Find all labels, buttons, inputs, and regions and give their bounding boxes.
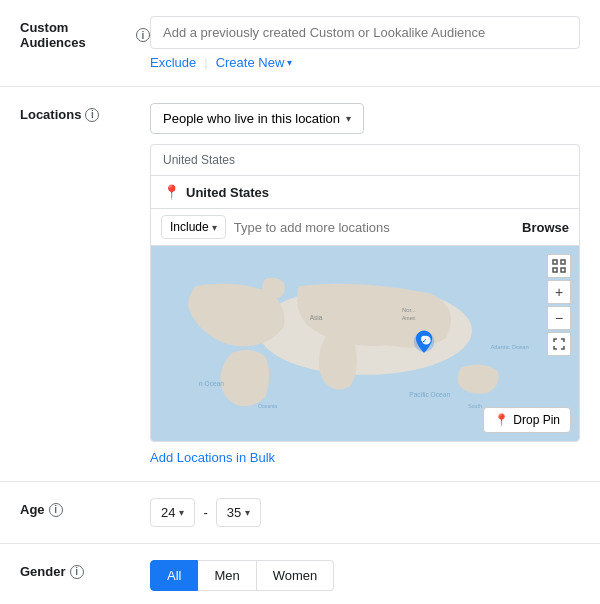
- age-max-caret-icon: ▾: [245, 507, 250, 518]
- drop-pin-button[interactable]: 📍 Drop Pin: [483, 407, 571, 433]
- custom-audiences-info-icon[interactable]: i: [136, 28, 150, 42]
- drop-pin-icon: 📍: [494, 413, 509, 427]
- gender-all-button[interactable]: All: [150, 560, 198, 591]
- audiences-links: Exclude | Create New ▾: [150, 55, 580, 70]
- include-button[interactable]: Include ▾: [161, 215, 226, 239]
- gender-info-icon[interactable]: i: [70, 565, 84, 579]
- locations-label: Locations i: [20, 103, 150, 122]
- locations-section: Locations i People who live in this loca…: [0, 87, 600, 482]
- age-info-icon[interactable]: i: [49, 503, 63, 517]
- location-type-button[interactable]: People who live in this location ▾: [150, 103, 364, 134]
- location-country-header: United States: [151, 145, 579, 176]
- map-zoom-fit-button[interactable]: [547, 254, 571, 278]
- map-fullscreen-button[interactable]: [547, 332, 571, 356]
- svg-rect-16: [553, 268, 557, 272]
- location-search-row: Include ▾ Browse: [151, 209, 579, 246]
- svg-rect-15: [561, 260, 565, 264]
- add-bulk-link[interactable]: Add Locations in Bulk: [150, 450, 580, 465]
- svg-text:Atlantic Ocean: Atlantic Ocean: [490, 344, 528, 350]
- map-controls: + −: [547, 254, 571, 356]
- custom-audiences-label: Custom Audiences i: [20, 16, 150, 50]
- locations-info-icon[interactable]: i: [85, 108, 99, 122]
- custom-audiences-input[interactable]: [150, 16, 580, 49]
- svg-text:Oceania: Oceania: [258, 403, 277, 409]
- age-section: Age i 24 ▾ - 35 ▾: [0, 482, 600, 544]
- create-new-caret-icon: ▾: [287, 57, 292, 68]
- age-min-select[interactable]: 24 ▾: [150, 498, 195, 527]
- location-type-caret-icon: ▾: [346, 113, 351, 124]
- exclude-button[interactable]: Exclude: [150, 55, 196, 70]
- map-zoom-out-button[interactable]: −: [547, 306, 571, 330]
- svg-text:n Ocean: n Ocean: [199, 380, 224, 387]
- gender-men-button[interactable]: Men: [198, 560, 256, 591]
- include-caret-icon: ▾: [212, 222, 217, 233]
- map-container: n Ocean Pacific Ocean Atlantic Ocean Sou…: [151, 246, 579, 441]
- svg-text:Nor...: Nor...: [402, 307, 416, 313]
- location-search-input[interactable]: [234, 220, 514, 235]
- gender-section: Gender i All Men Women: [0, 544, 600, 604]
- create-new-button[interactable]: Create New ▾: [216, 55, 293, 70]
- age-content: 24 ▾ - 35 ▾: [150, 498, 580, 527]
- age-min-caret-icon: ▾: [179, 507, 184, 518]
- svg-text:Ameri: Ameri: [402, 315, 415, 321]
- svg-text:Asia: Asia: [310, 314, 323, 321]
- location-pin-icon: 📍: [163, 184, 180, 200]
- gender-buttons: All Men Women: [150, 560, 580, 591]
- custom-audiences-section: Custom Audiences i Exclude | Create New …: [0, 0, 600, 87]
- map-zoom-in-button[interactable]: +: [547, 280, 571, 304]
- location-selected-row: 📍 United States: [151, 176, 579, 209]
- age-label: Age i: [20, 498, 150, 517]
- divider: |: [204, 55, 207, 70]
- location-box: United States 📍 United States Include ▾ …: [150, 144, 580, 442]
- custom-audiences-content: Exclude | Create New ▾: [150, 16, 580, 70]
- svg-text:Pacific Ocean: Pacific Ocean: [409, 391, 450, 398]
- browse-button[interactable]: Browse: [522, 220, 569, 235]
- svg-text:South: South: [468, 403, 482, 409]
- svg-rect-14: [553, 260, 557, 264]
- gender-women-button[interactable]: Women: [257, 560, 335, 591]
- svg-text:✓: ✓: [422, 338, 427, 344]
- age-dash: -: [203, 505, 207, 520]
- gender-content: All Men Women: [150, 560, 580, 591]
- gender-label: Gender i: [20, 560, 150, 579]
- locations-content: People who live in this location ▾ Unite…: [150, 103, 580, 465]
- age-row: 24 ▾ - 35 ▾: [150, 498, 580, 527]
- svg-rect-17: [561, 268, 565, 272]
- age-max-select[interactable]: 35 ▾: [216, 498, 261, 527]
